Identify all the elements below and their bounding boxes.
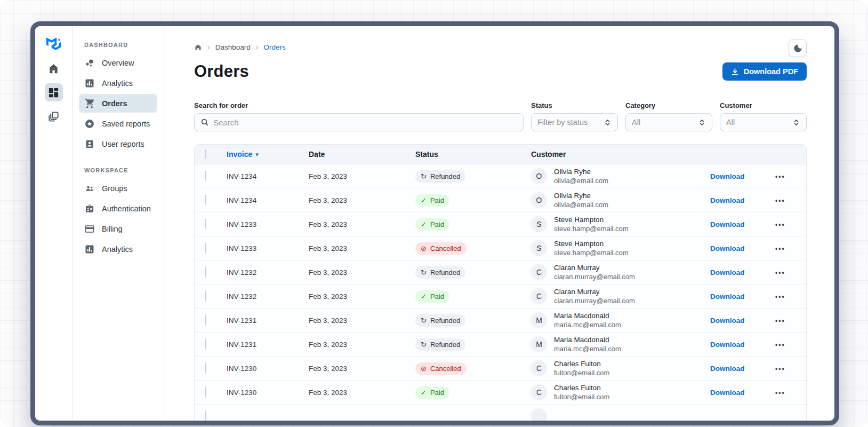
row-checkbox[interactable]	[205, 291, 206, 301]
download-link[interactable]: Download	[710, 317, 745, 325]
row-menu-button[interactable]: •••	[769, 245, 785, 252]
sidebar-item-analytics[interactable]: Analytics	[79, 74, 157, 92]
download-pdf-button[interactable]: Download PDF	[722, 62, 807, 81]
row-menu-button[interactable]: •••	[769, 293, 785, 301]
avatar	[531, 408, 547, 421]
customer-name: Steve Hampton	[554, 215, 629, 224]
nav-section: DASHBOARD Overview Analytics Orders Save…	[79, 42, 157, 153]
customer-email: ciaran.murray@email.com	[554, 296, 635, 305]
rail-dashboard-button[interactable]	[45, 83, 63, 101]
customer-email: steve.hamp@email.com	[554, 248, 629, 257]
row-menu-button[interactable]: •••	[769, 389, 785, 397]
customer-name: Olivia Ryhe	[554, 191, 608, 200]
row-checkbox[interactable]	[205, 315, 206, 325]
row-menu-button[interactable]: •••	[769, 269, 785, 276]
download-link[interactable]: Download	[710, 172, 745, 180]
search-input[interactable]	[194, 113, 524, 131]
status-icon: ⊘	[421, 365, 427, 372]
table-row: INV-1234 Feb 3, 2023 ✓ Paid O Olivia Ryh…	[195, 188, 806, 212]
row-checkbox[interactable]	[205, 243, 206, 253]
nav-section-label: DASHBOARD	[84, 42, 157, 48]
column-header-invoice[interactable]: Invoice ▾	[218, 150, 303, 159]
status-icon: ✓	[421, 221, 427, 228]
breadcrumb-home-icon[interactable]	[194, 43, 202, 51]
breadcrumb-item-dashboard[interactable]: Dashboard	[215, 43, 251, 51]
customer-name: Charles Fulton	[554, 383, 609, 392]
row-checkbox[interactable]	[205, 363, 206, 373]
rail-layers-button[interactable]	[45, 107, 63, 125]
sidebar-item-analytics[interactable]: Analytics	[79, 240, 157, 258]
table-row: INV-1234 Feb 3, 2023 ↻ Refunded O Olivia…	[195, 164, 806, 188]
row-menu-button[interactable]: •••	[769, 365, 785, 373]
row-menu-button[interactable]: •••	[769, 341, 785, 349]
table-row: INV-1233 Feb 3, 2023 ⊘ Cancelled S Steve…	[195, 236, 806, 260]
table-row: INV-1233 Feb 3, 2023 ✓ Paid S Steve Hamp…	[195, 212, 806, 236]
customer-email: ciaran.murray@email.com	[554, 272, 635, 281]
search-field[interactable]	[213, 118, 517, 127]
row-checkbox[interactable]	[205, 195, 206, 205]
row-checkbox[interactable]	[205, 171, 206, 181]
invoice-cell: INV-1230	[218, 365, 303, 373]
filter-select-status[interactable]: Filter by status	[531, 113, 618, 131]
sidebar-item-user-reports[interactable]: User reports	[79, 135, 157, 153]
date-cell: Feb 3, 2023	[303, 341, 410, 349]
row-menu-button[interactable]: •••	[769, 317, 785, 325]
filter-select-category[interactable]: All	[625, 113, 712, 131]
search-label: Search for order	[194, 101, 524, 109]
invoice-cell: INV-1234	[218, 172, 303, 180]
date-cell: Feb 3, 2023	[303, 365, 410, 373]
sidebar-item-saved-reports[interactable]: Saved reports	[79, 114, 157, 133]
cart-icon	[84, 98, 95, 109]
download-link[interactable]: Download	[710, 341, 745, 349]
date-cell: Feb 3, 2023	[303, 172, 410, 180]
sidebar-item-orders[interactable]: Orders	[79, 94, 157, 113]
download-link[interactable]: Download	[710, 292, 745, 301]
customer-name: Maria Macdonald	[554, 335, 621, 344]
filters-row: Search for order Status Filter by status…	[194, 101, 807, 131]
row-menu-button[interactable]: •••	[769, 173, 785, 180]
person-icon	[84, 139, 95, 149]
customer-email: olivia@email.com	[554, 200, 608, 209]
status-icon: ↻	[421, 173, 427, 180]
download-link[interactable]: Download	[710, 244, 745, 252]
row-checkbox[interactable]	[205, 339, 206, 349]
status-badge: ✓ Paid	[415, 290, 449, 303]
avatar: S	[531, 216, 547, 232]
table-row: INV-1232 Feb 3, 2023 ✓ Paid C Ciaran Mur…	[195, 284, 806, 309]
invoice-cell: INV-1232	[218, 292, 303, 301]
row-checkbox[interactable]	[205, 411, 206, 421]
breadcrumb-item-orders: Orders	[263, 43, 285, 51]
breadcrumb: › Dashboard › Orders	[194, 43, 807, 51]
row-menu-button[interactable]: •••	[769, 221, 785, 228]
sidebar-item-authentication[interactable]: Authentication	[79, 199, 157, 218]
table-row: INV-1230 Feb 3, 2023 ✓ Paid C Charles Fu…	[195, 381, 806, 405]
filter-select-customer[interactable]: All	[720, 113, 807, 131]
sidebar-item-groups[interactable]: Groups	[79, 179, 157, 197]
nav-section-label: WORKSPACE	[84, 167, 157, 173]
invoice-cell: INV-1234	[218, 196, 303, 204]
download-link[interactable]: Download	[710, 268, 745, 276]
bubble-icon	[84, 58, 95, 68]
sidebar-item-overview[interactable]: Overview	[79, 53, 157, 72]
row-menu-button[interactable]: •••	[769, 197, 785, 204]
row-checkbox[interactable]	[205, 267, 206, 277]
download-link[interactable]: Download	[710, 196, 745, 204]
table-row: INV-1230 Feb 3, 2023 ⊘ Cancelled C Charl…	[195, 357, 806, 381]
select-all-checkbox[interactable]	[205, 149, 206, 159]
window-scrollbar[interactable]	[836, 30, 838, 39]
download-link[interactable]: Download	[710, 389, 745, 397]
sidebar-item-label: Saved reports	[102, 120, 150, 128]
customer-email: maria.mc@email.com	[554, 320, 621, 329]
sidebar-item-label: Groups	[102, 184, 127, 193]
app-window: DASHBOARD Overview Analytics Orders Save…	[30, 21, 839, 425]
rail-home-button[interactable]	[45, 59, 63, 77]
customer-name: Maria Macdonald	[554, 311, 621, 320]
date-cell: Feb 3, 2023	[303, 389, 410, 397]
row-checkbox[interactable]	[205, 387, 206, 397]
download-link[interactable]: Download	[710, 365, 745, 373]
download-link[interactable]: Download	[710, 220, 745, 228]
row-checkbox[interactable]	[205, 219, 206, 229]
sidebar-item-billing[interactable]: Billing	[79, 219, 157, 238]
theme-toggle-button[interactable]	[789, 39, 807, 57]
nav-section: WORKSPACE Groups Authentication Billing …	[79, 167, 157, 258]
